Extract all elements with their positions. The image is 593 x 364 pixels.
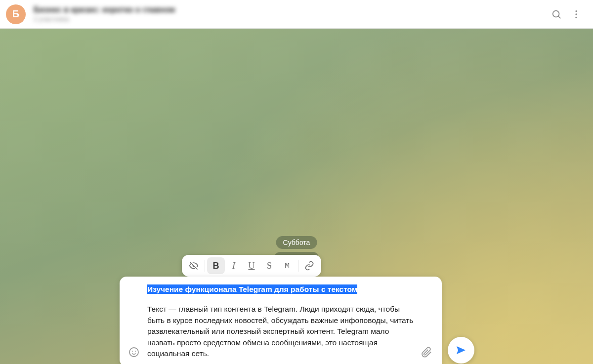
chat-header: Б Бизнес в кризис: коротко о главном 2 у… xyxy=(0,0,593,29)
format-spoiler-button[interactable] xyxy=(185,257,203,274)
compose-selected-text: Изучение функционала Telegram для работы… xyxy=(147,284,357,294)
format-mono-button[interactable]: M xyxy=(278,257,296,274)
chat-subtitle: 2 участника xyxy=(34,15,547,23)
italic-glyph: I xyxy=(232,261,235,271)
format-link-button[interactable] xyxy=(300,257,318,274)
send-button[interactable] xyxy=(448,337,474,364)
date-separator: Суббота xyxy=(276,236,317,249)
chat-title: Бизнес в кризис: коротко о главном xyxy=(34,5,547,14)
svg-point-7 xyxy=(135,351,136,352)
chat-titles[interactable]: Бизнес в кризис: коротко о главном 2 уча… xyxy=(34,5,547,23)
toolbar-separator xyxy=(205,260,205,272)
svg-point-3 xyxy=(575,13,577,15)
compose-body-text: Текст — главный тип контента в Telegram.… xyxy=(147,304,416,359)
compose-box[interactable]: Изучение функционала Telegram для работы… xyxy=(120,277,442,364)
format-bold-button[interactable]: B Bold text xyxy=(207,257,225,274)
avatar[interactable]: Б xyxy=(6,4,26,24)
svg-point-0 xyxy=(553,10,559,17)
svg-point-4 xyxy=(575,16,577,18)
bold-glyph: B xyxy=(213,261,219,271)
format-italic-button[interactable]: I xyxy=(225,257,243,274)
format-strike-button[interactable]: S xyxy=(260,257,278,274)
svg-point-6 xyxy=(132,351,133,352)
mono-glyph: M xyxy=(285,261,290,271)
underline-glyph: U xyxy=(249,261,255,271)
svg-point-2 xyxy=(575,10,577,11)
more-icon[interactable] xyxy=(566,4,586,24)
toolbar-separator xyxy=(298,260,298,272)
attach-icon[interactable] xyxy=(418,344,435,361)
strike-glyph: S xyxy=(267,261,272,271)
format-toolbar: B Bold text I U S M xyxy=(182,255,321,277)
svg-line-1 xyxy=(558,16,560,18)
search-icon[interactable] xyxy=(547,4,566,24)
chat-area: Суббота B Bold text I U xyxy=(0,29,593,364)
emoji-icon[interactable] xyxy=(126,344,142,361)
app-root: Б Бизнес в кризис: коротко о главном 2 у… xyxy=(0,0,593,364)
format-underline-button[interactable]: U xyxy=(243,257,260,274)
svg-point-5 xyxy=(129,348,138,357)
